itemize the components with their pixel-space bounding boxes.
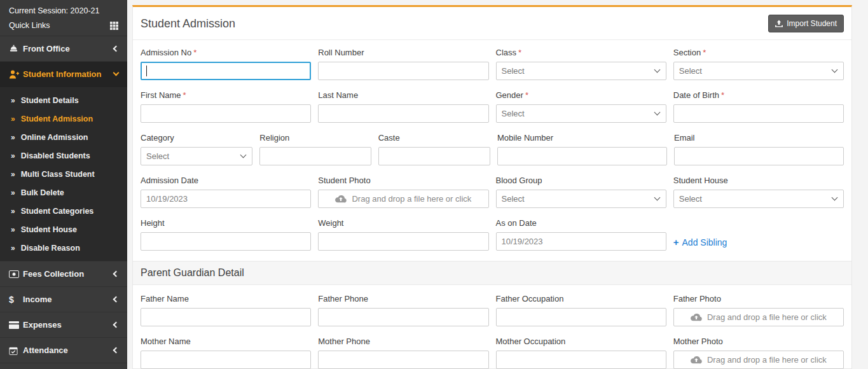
grid-icon[interactable] bbox=[110, 22, 118, 30]
field-date-of-birth: Date of Birth* bbox=[673, 90, 844, 123]
sidebar-item-student-house[interactable]: » Student House bbox=[0, 220, 127, 239]
cloud-upload-icon bbox=[691, 313, 702, 321]
gender-select[interactable]: Select bbox=[496, 104, 666, 123]
student-admission-card: Student Admission Import Student Admissi… bbox=[132, 5, 852, 369]
select-value: Select bbox=[502, 66, 525, 76]
form-row-1: Admission No* Roll Number Class* Sel bbox=[141, 48, 844, 80]
sidebar-item-front-office[interactable]: Front Office bbox=[0, 36, 127, 62]
admission-no-input[interactable] bbox=[141, 62, 311, 80]
sidebar-item-multi-class-student[interactable]: » Multi Class Student bbox=[0, 165, 127, 183]
first-name-input[interactable] bbox=[141, 104, 311, 123]
field-blood-group: Blood Group Select bbox=[496, 176, 666, 208]
front-office-icon bbox=[9, 45, 23, 53]
label-text: Student Photo bbox=[318, 176, 370, 185]
field-mother-name: Mother Name bbox=[141, 337, 311, 369]
field-label: Class* bbox=[496, 48, 666, 57]
student-photo-dropzone[interactable]: Drag and drop a file here or click bbox=[318, 190, 488, 208]
sidebar-item-student-admission[interactable]: » Student Admission bbox=[0, 109, 127, 128]
sidebar-item-income[interactable]: $ Income bbox=[0, 287, 127, 312]
admission-date-input[interactable] bbox=[141, 190, 311, 208]
sidebar-item-disabled-students[interactable]: » Disabled Students bbox=[0, 146, 127, 165]
chevron-left-icon bbox=[113, 296, 120, 303]
father-row: Father Name Father Phone Father Occupati… bbox=[141, 294, 844, 326]
double-arrow-icon: » bbox=[11, 96, 15, 105]
app: Current Session: 2020-21 Quick Links Fro… bbox=[0, 0, 868, 369]
email-input[interactable] bbox=[674, 147, 844, 165]
submenu-label: Online Admission bbox=[21, 133, 88, 142]
double-arrow-icon: » bbox=[11, 151, 15, 160]
blood-group-select[interactable]: Select bbox=[496, 190, 666, 208]
field-caste: Caste bbox=[378, 133, 490, 165]
label-text: Gender bbox=[496, 90, 523, 100]
quick-links[interactable]: Quick Links bbox=[9, 21, 118, 30]
field-religion: Religion bbox=[259, 133, 371, 165]
form-row-4: Admission Date Student Photo Drag and dr… bbox=[141, 176, 844, 208]
field-label: Student Photo bbox=[318, 176, 488, 185]
field-mobile-number: Mobile Number bbox=[497, 133, 667, 165]
mother-photo-dropzone[interactable]: Drag and drop a file here or click bbox=[673, 351, 844, 369]
mother-name-input[interactable] bbox=[141, 351, 311, 369]
sidebar-item-bulk-delete[interactable]: » Bulk Delete bbox=[0, 183, 127, 202]
as-on-date-input[interactable] bbox=[496, 232, 666, 251]
plus-icon: + bbox=[673, 237, 679, 247]
label-text: Weight bbox=[318, 218, 343, 228]
father-phone-input[interactable] bbox=[318, 308, 488, 326]
import-student-button[interactable]: Import Student bbox=[768, 15, 844, 32]
sidebar-item-expenses[interactable]: Expenses bbox=[0, 312, 127, 338]
menu-label: Attendance bbox=[23, 345, 68, 355]
sidebar-item-attendance[interactable]: Attendance bbox=[0, 338, 127, 363]
submenu-label: Multi Class Student bbox=[21, 170, 95, 179]
upload-icon bbox=[775, 20, 783, 27]
last-name-input[interactable] bbox=[318, 104, 488, 123]
section-select[interactable]: Select bbox=[673, 62, 844, 80]
chevron-down-icon bbox=[240, 152, 247, 158]
submenu-label: Student Categories bbox=[21, 207, 94, 216]
field-label: Height bbox=[141, 218, 311, 228]
field-label: Last Name bbox=[318, 90, 488, 100]
add-sibling-link[interactable]: + Add Sibling bbox=[673, 237, 727, 247]
field-label: Blood Group bbox=[496, 176, 666, 185]
parent-guardian-section-header: Parent Guardian Detail bbox=[133, 261, 851, 285]
mother-phone-input[interactable] bbox=[318, 351, 488, 369]
category-select[interactable]: Select bbox=[141, 147, 252, 165]
double-arrow-icon: » bbox=[11, 115, 15, 123]
dropzone-text: Drag and drop a file here or click bbox=[707, 312, 827, 322]
class-select[interactable]: Select bbox=[496, 62, 666, 80]
mother-occupation-input[interactable] bbox=[496, 351, 666, 369]
menu-label: Income bbox=[23, 295, 52, 304]
father-photo-dropzone[interactable]: Drag and drop a file here or click bbox=[673, 308, 844, 326]
field-label: Roll Number bbox=[318, 48, 488, 57]
submenu-label: Student Details bbox=[21, 96, 79, 105]
height-input[interactable] bbox=[141, 232, 311, 251]
label-text: Mobile Number bbox=[497, 133, 553, 143]
chevron-down-icon bbox=[832, 67, 838, 73]
father-occupation-input[interactable] bbox=[496, 308, 666, 326]
religion-input[interactable] bbox=[259, 147, 371, 165]
father-name-input[interactable] bbox=[141, 308, 311, 326]
caste-input[interactable] bbox=[378, 147, 490, 165]
field-email: Email bbox=[674, 133, 844, 165]
student-house-select[interactable]: Select bbox=[673, 190, 844, 208]
double-arrow-icon: » bbox=[11, 244, 15, 253]
sidebar-item-fees-collection[interactable]: Fees Collection bbox=[0, 261, 127, 287]
dropzone-text: Drag and drop a file here or click bbox=[352, 194, 471, 204]
field-label: Mobile Number bbox=[497, 133, 667, 143]
weight-input[interactable] bbox=[318, 232, 488, 251]
roll-number-input[interactable] bbox=[318, 62, 488, 80]
field-label: Mother Photo bbox=[673, 337, 844, 346]
sidebar-item-student-categories[interactable]: » Student Categories bbox=[0, 202, 127, 220]
field-label: Admission No* bbox=[141, 48, 311, 57]
sidebar-item-student-information[interactable]: Student Information bbox=[0, 62, 127, 87]
sidebar-item-student-details[interactable]: » Student Details bbox=[0, 91, 127, 109]
sidebar-item-disable-reason[interactable]: » Disable Reason bbox=[0, 239, 127, 257]
chevron-left-icon bbox=[113, 46, 120, 52]
sidebar-item-online-admission[interactable]: » Online Admission bbox=[0, 128, 127, 146]
field-class: Class* Select bbox=[496, 48, 666, 80]
mobile-number-input[interactable] bbox=[497, 147, 667, 165]
date-of-birth-input[interactable] bbox=[673, 104, 844, 123]
field-add-sibling: + Add Sibling bbox=[673, 218, 844, 251]
label-text: Student House bbox=[673, 176, 728, 185]
sidebar: Current Session: 2020-21 Quick Links Fro… bbox=[0, 0, 127, 369]
required-marker: * bbox=[703, 48, 706, 57]
attendance-icon bbox=[9, 346, 23, 355]
